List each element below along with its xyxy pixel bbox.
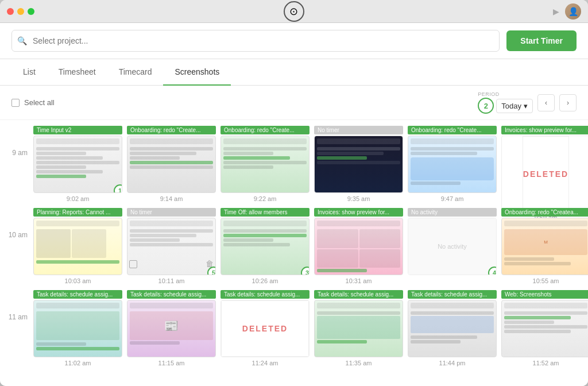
list-item: Onboarding: redo "Createa... M 10:55 am: [501, 208, 588, 284]
play-icon[interactable]: ▶: [553, 7, 559, 16]
tab-timesheet[interactable]: Timesheet: [47, 59, 107, 86]
start-timer-button[interactable]: Start Timer: [506, 30, 577, 51]
period-label: PERIOD: [478, 91, 533, 97]
screenshot-thumb[interactable]: [314, 300, 403, 357]
screenshot-time: 11:35 am: [314, 360, 403, 366]
tab-list[interactable]: List: [11, 59, 47, 86]
main-content: List Timesheet Timecard Screenshots Sele…: [0, 59, 588, 386]
screenshot-thumb[interactable]: 5: [127, 218, 216, 275]
screenshot-thumb[interactable]: [127, 136, 216, 193]
period-dropdown[interactable]: Today ▾: [496, 99, 533, 113]
period-badge: 2: [478, 98, 494, 114]
search-icon: 🔍: [17, 36, 27, 45]
screenshot-time: 10:55 am: [501, 277, 588, 284]
screenshots-row-10am: Planning: Reports: Cannot ... 10:03 am N…: [33, 208, 588, 284]
screenshot-thumb[interactable]: [33, 300, 122, 357]
next-button[interactable]: ›: [559, 94, 577, 111]
screenshot-time: 9:35 am: [314, 195, 403, 202]
deleted-label: DELETED: [523, 169, 568, 179]
screenshot-thumb[interactable]: [314, 136, 403, 193]
list-item: Task details: schedule assig... 11:44 pm: [408, 290, 497, 366]
screenshot-tag: Onboarding: redo "Create...: [220, 126, 310, 134]
screenshot-tag: Onboarding: redo "Create...: [408, 126, 497, 134]
screenshots-row-11am: Task details: schedule assig... 11:02 am…: [33, 290, 588, 366]
app-logo: ⊙: [284, 1, 304, 22]
time-label-9am: 9 am: [6, 126, 33, 202]
screenshot-thumb[interactable]: 3: [220, 218, 310, 275]
list-item: Onboarding: redo "Create... 9:22 am: [220, 126, 310, 202]
tab-screenshots[interactable]: Screenshots: [163, 59, 231, 86]
list-item: Task details: schedule assig... 11:35 am: [314, 290, 403, 366]
screenshot-thumb[interactable]: [314, 218, 403, 275]
screenshot-tag: Task details: schedule assig...: [127, 290, 216, 299]
screenshot-time: 9:14 am: [127, 195, 216, 202]
list-item: Task details: schedule assig... 11:02 am: [33, 290, 122, 366]
select-all-container: Select all: [11, 98, 55, 107]
select-all-checkbox[interactable]: [11, 99, 20, 107]
screenshot-tag: No timer: [314, 126, 403, 134]
item-checkbox[interactable]: [129, 260, 137, 268]
list-item: No activity No activity 4: [408, 208, 497, 284]
screenshot-thumb[interactable]: [220, 136, 310, 193]
list-item: Time Off: allow members 3 10:26 am: [220, 208, 310, 284]
circle-number-1: 1: [114, 184, 122, 193]
traffic-lights: [7, 8, 34, 15]
screenshot-thumb[interactable]: M: [501, 218, 588, 275]
screenshot-tag: Time Off: allow members: [220, 208, 310, 217]
search-container: 🔍: [11, 30, 500, 52]
tab-timecard[interactable]: Timecard: [107, 59, 164, 86]
screenshot-time: 11:15 am: [127, 360, 216, 366]
screenshot-tag: Task details: schedule assig...: [314, 290, 403, 299]
screenshot-tag: Onboarding: redo "Create...: [127, 126, 216, 134]
screenshot-time: 11:02 am: [33, 360, 122, 366]
screenshot-thumb[interactable]: 📰: [127, 300, 216, 357]
titlebar-right: ▶ 👤: [553, 3, 581, 20]
screenshot-thumb[interactable]: [408, 300, 497, 357]
maximize-button[interactable]: [28, 8, 34, 15]
list-item: No timer 9:35 am: [314, 126, 403, 202]
screenshot-tag: Web: Screenshots: [501, 290, 588, 299]
list-item: Invoices: show preview for... DELETED 9:…: [501, 126, 588, 202]
period-container: PERIOD 2 Today ▾: [478, 91, 533, 114]
avatar-image: 👤: [565, 3, 581, 20]
screenshot-thumb[interactable]: DELETED: [220, 300, 310, 357]
tabs: List Timesheet Timecard Screenshots: [0, 59, 588, 86]
screenshot-time: 10:03 am: [33, 277, 122, 284]
screenshots-row-9am: Time Input v2 1 9:02 am Onboarding: redo…: [33, 126, 588, 202]
screenshot-thumb[interactable]: No activity 4: [408, 218, 497, 275]
list-item: Web: Screenshots 11:52 am: [501, 290, 588, 366]
screenshot-thumb[interactable]: 1: [33, 136, 122, 193]
list-item: Time Input v2 1 9:02 am: [33, 126, 122, 202]
screenshot-time: 9:22 am: [220, 195, 310, 202]
screenshot-time: 11:52 am: [501, 360, 588, 366]
screenshot-thumb[interactable]: DELETED: [501, 136, 588, 212]
time-label-10am: 10 am: [6, 208, 33, 284]
prev-button[interactable]: ‹: [537, 94, 555, 111]
list-item: Onboarding: redo "Create... 9:14 am: [127, 126, 216, 202]
screenshot-thumb[interactable]: [408, 136, 497, 193]
screenshot-time: 10:26 am: [220, 277, 310, 284]
screenshot-time: 9:02 am: [33, 195, 122, 202]
avatar[interactable]: 👤: [565, 3, 581, 20]
list-item: Invoices: show preview for... 10:31 am: [314, 208, 403, 284]
toolbar: Select all PERIOD 2 Today ▾ ‹ ›: [0, 86, 588, 120]
screenshot-thumb[interactable]: [501, 300, 588, 357]
search-input[interactable]: [11, 30, 500, 52]
screenshot-time: 9:47 am: [408, 195, 497, 202]
screenshot-thumb[interactable]: [33, 218, 122, 275]
time-row-9am: 9 am Time Input v2 1 9:02 am Onboarding:…: [6, 126, 582, 202]
time-row-11am: 11 am Task details: schedule assig... 11…: [6, 290, 582, 366]
screenshot-time: 11:44 pm: [408, 360, 497, 366]
time-row-10am: 10 am Planning: Reports: Cannot ... 10:0…: [6, 208, 582, 284]
screenshot-tag: Task details: schedule assig...: [220, 290, 310, 299]
screenshots-grid: 9 am Time Input v2 1 9:02 am Onboarding:…: [0, 120, 588, 386]
close-button[interactable]: [7, 8, 14, 15]
screenshot-tag: No timer: [127, 208, 216, 217]
list-item: Task details: schedule assig... 📰 11:15 …: [127, 290, 216, 366]
screenshot-tag: Invoices: show preview for...: [501, 126, 588, 134]
screenshot-tag: No activity: [408, 208, 497, 217]
minimize-button[interactable]: [17, 8, 24, 15]
screenshot-time: 10:31 am: [314, 277, 403, 284]
list-item: Onboarding: redo "Create... 9:47 am: [408, 126, 497, 202]
circle-number-3: 3: [301, 267, 310, 275]
